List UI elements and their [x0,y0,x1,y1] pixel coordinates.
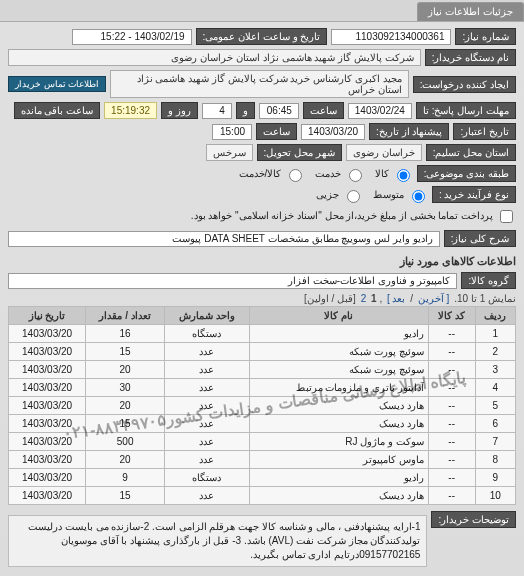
requester-label: ایجاد کننده درخواست: [413,76,516,93]
buyer-org-value: شرکت پالایش گاز شهید هاشمی نژاد استان خر… [8,49,421,66]
cell-name: هارد دیسک [249,415,428,433]
cell-unit: عدد [165,451,250,469]
cell-name: آداپتور باتری و ملزومات مرتبط [249,379,428,397]
radio-service[interactable]: خدمت [315,166,365,182]
radio-cash-label: کالا/خدمت [239,167,282,178]
cell-n: 6 [475,415,515,433]
cell-n: 8 [475,451,515,469]
cell-qty: 15 [86,415,165,433]
table-row: 6--هارد دیسکعدد151403/03/20 [9,415,516,433]
cell-code: -- [428,451,475,469]
cell-unit: عدد [165,343,250,361]
cell-name: سوئیچ پورت شبکه [249,361,428,379]
validity-date: 1403/03/20 [301,124,365,140]
contact-buyer-button[interactable]: اطلاعات تماس خریدار [8,76,106,92]
deadline-label: مهلت ارسال پاسخ: تا [416,102,516,119]
cell-unit: عدد [165,379,250,397]
pager-suffix: [قبل / اولین] [304,293,356,304]
cell-unit: عدد [165,397,250,415]
deadline-time: 06:45 [259,103,299,119]
radio-cash[interactable]: کالا/خدمت [239,166,306,182]
cell-qty: 20 [86,397,165,415]
cell-code: -- [428,433,475,451]
cell-name: ماوس کامپیوتر [249,451,428,469]
main-desc-label: شرح کلی نیاز: [444,230,516,247]
pager-page-2[interactable]: 2 [361,293,367,304]
province-label: استان محل تسلیم: [426,144,516,161]
cell-date: 1403/03/20 [9,361,86,379]
need-no-value: 1103092134000361 [331,29,451,45]
cell-name: هارد دیسک [249,397,428,415]
validity-from-label: پیشنهاد از تاریخ: [369,123,449,140]
process-note: پرداخت تماما بخشی از مبلغ خرید،از محل "ا… [191,210,493,221]
validity-label: تاریخ اعتبار: [453,123,516,140]
cell-date: 1403/03/20 [9,397,86,415]
table-row: 8--ماوس کامپیوترعدد201403/03/20 [9,451,516,469]
pager-page-1[interactable]: 1 [371,293,377,304]
th-name: نام کالا [249,307,428,325]
cell-n: 4 [475,379,515,397]
check-note[interactable]: پرداخت تماما بخشی از مبلغ خرید،از محل "ا… [191,207,516,226]
cell-qty: 16 [86,325,165,343]
cell-qty: 500 [86,433,165,451]
need-no-label: شماره نیاز: [455,28,516,45]
deadline-days-label: و [236,102,255,119]
pager-prefix: نمایش 1 تا 10. [454,293,516,304]
validity-time-label: ساعت [256,123,297,140]
table-row: 10--هارد دیسکعدد151403/03/20 [9,487,516,505]
cell-qty: 15 [86,343,165,361]
cell-n: 7 [475,433,515,451]
tab-bar: جزئیات اطلاعات نیاز [0,0,524,22]
cell-date: 1403/03/20 [9,451,86,469]
pager-prev[interactable]: [ آخرین [418,293,450,304]
cell-date: 1403/03/20 [9,325,86,343]
cell-qty: 15 [86,487,165,505]
cell-n: 10 [475,487,515,505]
main-desc-value: رادیو وایر لس وسوییچ مطابق مشخصات DATA S… [8,231,440,247]
th-row: ردیف [475,307,515,325]
cell-qty: 20 [86,451,165,469]
radio-small[interactable]: جزیی [316,187,363,203]
cell-n: 2 [475,343,515,361]
cell-code: -- [428,415,475,433]
cell-code: -- [428,487,475,505]
th-qty: تعداد / مقدار [86,307,165,325]
cell-n: 9 [475,469,515,487]
tab-details[interactable]: جزئیات اطلاعات نیاز [417,2,524,21]
cell-code: -- [428,397,475,415]
th-date: تاریخ نیاز [9,307,86,325]
province-value: خراسان رضوی [346,144,422,161]
cell-unit: عدد [165,487,250,505]
cell-code: -- [428,361,475,379]
radio-medium[interactable]: متوسط [373,187,428,203]
table-row: 7--سوکت و ماژول RJعدد5001403/03/20 [9,433,516,451]
remain-label: ساعت باقی مانده [14,102,101,119]
th-unit: واحد شمارش [165,307,250,325]
pager: نمایش 1 تا 10. [ آخرین / بعد ] , 1 2 [قب… [8,293,516,304]
cell-date: 1403/03/20 [9,469,86,487]
buyer-note-text: 1-ارایه پیشنهادفنی ، مالی و شناسه کالا ج… [8,515,427,567]
cell-date: 1403/03/20 [9,415,86,433]
cell-code: -- [428,469,475,487]
process-label: نوع فرآیند خرید : [432,186,516,203]
pager-next[interactable]: بعد ] [387,293,406,304]
radio-service-label: خدمت [315,167,341,178]
deadline-date: 1403/02/24 [348,103,412,119]
cell-name: رادیو [249,469,428,487]
radio-goods[interactable]: کالا [375,166,413,182]
cell-qty: 30 [86,379,165,397]
radio-medium-label: متوسط [373,188,404,199]
announce-label: تاریخ و ساعت اعلان عمومی: [196,28,328,45]
goods-section-title: اطلاعات کالاهای مورد نیاز [8,255,516,268]
table-row: 2--سوئیچ پورت شبکهعدد151403/03/20 [9,343,516,361]
validity-time: 15:00 [212,124,252,140]
radio-small-label: جزیی [316,188,339,199]
table-row: 4--آداپتور باتری و ملزومات مرتبطعدد30140… [9,379,516,397]
countdown-timer: 15:19:32 [104,102,157,119]
goods-group-value: کامپیوتر و فناوری اطلاعات-سخت افزار [8,273,457,289]
cell-unit: عدد [165,361,250,379]
cell-unit: دستگاه [165,325,250,343]
cell-date: 1403/03/20 [9,433,86,451]
cell-name: سوکت و ماژول RJ [249,433,428,451]
goods-group-label: گروه کالا: [461,272,516,289]
